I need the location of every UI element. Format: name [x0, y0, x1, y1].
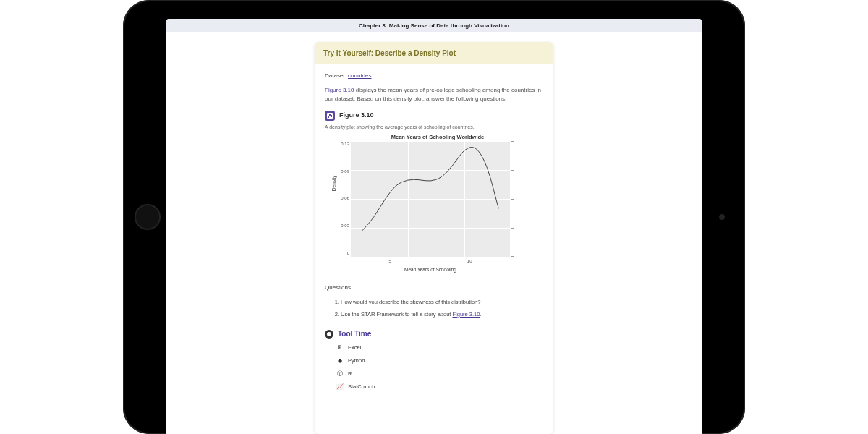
gear-icon — [325, 330, 333, 339]
x-axis: 5 10 — [351, 257, 510, 265]
x-axis-label: Mean Years of Schooling — [351, 266, 510, 273]
page-body: Try It Yourself: Describe a Density Plot… — [166, 32, 702, 434]
figure-description: Figure 3.10 displays the mean years of p… — [325, 86, 543, 103]
right-ticks — [510, 141, 514, 257]
y-axis-label: Density — [331, 175, 338, 191]
tool-item-r[interactable]: ⓡR — [336, 370, 543, 378]
tablet-frame: Chapter 3: Making Sense of Data through … — [123, 0, 745, 434]
tool-item-excel[interactable]: 🗎Excel — [336, 344, 543, 352]
tool-item-python[interactable]: ◆Python — [336, 357, 543, 365]
figure-heading-row: Figure 3.10 — [325, 111, 543, 121]
y-tick: 0.06 — [332, 195, 349, 202]
question-text: . — [480, 311, 481, 318]
x-tick: 5 — [388, 258, 391, 265]
tool-label: R — [348, 370, 352, 378]
tool-list: 🗎Excel ◆Python ⓡR 📈StatCrunch — [336, 344, 543, 391]
exercise-card: Try It Yourself: Describe a Density Plot… — [315, 42, 553, 434]
question-text: Use the STAR Framework to tell a story a… — [341, 311, 453, 318]
card-body: Dataset: countries Figure 3.10 displays … — [315, 64, 553, 391]
dataset-row: Dataset: countries — [325, 72, 543, 80]
tool-time-heading: Tool Time — [325, 328, 543, 339]
figure-heading: Figure 3.10 — [339, 111, 374, 121]
density-curve — [351, 141, 510, 257]
tool-label: StatCrunch — [348, 383, 375, 391]
y-tick: 0.03 — [332, 223, 349, 229]
chart-line-icon: 📈 — [336, 383, 344, 391]
figure-desc-text: displays the mean years of pre-college s… — [325, 87, 541, 102]
figure-ref-link[interactable]: Figure 3.10 — [325, 87, 354, 93]
dataset-link[interactable]: countries — [348, 72, 371, 79]
page-header: Chapter 3: Making Sense of Data through … — [166, 19, 702, 32]
tool-label: Excel — [348, 344, 361, 352]
y-tick: 0 — [332, 250, 349, 257]
tool-time-label: Tool Time — [338, 328, 371, 339]
tool-label: Python — [348, 357, 365, 365]
chapter-title: Chapter 3: Making Sense of Data through … — [359, 22, 509, 29]
y-tick: 0.09 — [332, 169, 349, 175]
y-axis: Density 0.12 0.09 0.06 0.03 0 — [332, 141, 351, 257]
question-item: Use the STAR Framework to tell a story a… — [341, 310, 543, 318]
figure-caption: A density plot showing the average years… — [325, 124, 543, 132]
plot-area — [351, 141, 510, 257]
chart-icon — [325, 111, 335, 121]
card-title: Try It Yourself: Describe a Density Plot — [315, 42, 553, 64]
density-chart: Mean Years of Schooling Worldwide Densit… — [332, 133, 543, 273]
x-tick: 10 — [467, 258, 472, 265]
file-icon: 🗎 — [336, 344, 344, 352]
question-text: How would you describe the skewness of t… — [341, 299, 480, 305]
figure-ref-link-2[interactable]: Figure 3.10 — [453, 311, 480, 318]
diamond-icon: ◆ — [336, 357, 344, 365]
questions-heading: Questions — [325, 284, 543, 292]
dataset-label: Dataset: — [325, 72, 346, 79]
tool-item-statcrunch[interactable]: 📈StatCrunch — [336, 383, 543, 391]
y-tick: 0.12 — [332, 141, 349, 148]
question-item: How would you describe the skewness of t… — [341, 298, 543, 306]
questions-list: How would you describe the skewness of t… — [341, 298, 543, 319]
r-icon: ⓡ — [336, 370, 344, 378]
chart-title: Mean Years of Schooling Worldwide — [332, 133, 543, 141]
tablet-screen: Chapter 3: Making Sense of Data through … — [166, 19, 702, 434]
